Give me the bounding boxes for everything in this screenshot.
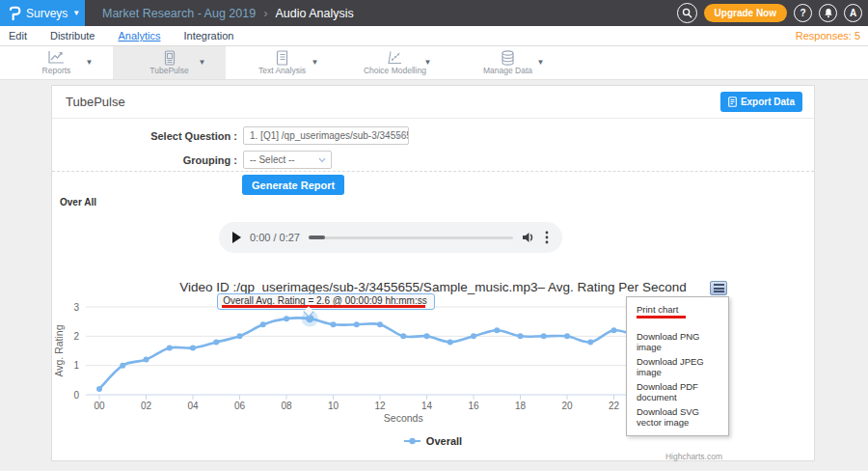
grouping-select-value: -- Select --: [250, 154, 295, 165]
svg-text:06: 06: [234, 401, 246, 411]
toolbar-item-label: Manage Data: [483, 66, 532, 75]
legend-label: Overall: [426, 435, 462, 447]
generate-report-button[interactable]: Generate Report: [242, 175, 344, 195]
toolbar-item-label: TubePulse: [149, 66, 188, 75]
tubepulse-icon: [163, 50, 176, 65]
document-icon: [728, 97, 737, 107]
chart-context-menu-button[interactable]: [710, 281, 727, 295]
surveys-product-menu[interactable]: Surveys ▼: [0, 0, 85, 26]
audio-player: 0:00 / 0:27: [219, 222, 562, 253]
play-button[interactable]: [232, 232, 241, 243]
svg-text:16: 16: [468, 401, 479, 411]
hamburger-icon: [714, 284, 724, 286]
svg-text:20: 20: [561, 401, 573, 411]
menu-item-analytics[interactable]: Analytics: [118, 30, 160, 42]
responses-count: Responses: 5: [796, 30, 860, 42]
legend-marker-icon: [404, 435, 420, 447]
kebab-menu-icon[interactable]: [545, 231, 549, 244]
svg-text:2: 2: [73, 331, 79, 342]
svg-text:Avg. Rating: Avg. Rating: [54, 324, 65, 376]
menu-item-edit[interactable]: Edit: [9, 30, 27, 42]
notifications-button[interactable]: [819, 4, 837, 22]
chevron-down-icon: ▼: [72, 9, 80, 17]
menu-item-download-pdf[interactable]: Download PDF document: [627, 379, 728, 404]
chevron-down-icon[interactable]: ▼: [424, 58, 432, 67]
audio-seek-bar[interactable]: [309, 236, 513, 239]
audio-time: 0:00 / 0:27: [250, 232, 300, 243]
volume-icon[interactable]: [522, 232, 535, 243]
toolbar-item-choice-modelling[interactable]: Choice Modelling ▼: [339, 46, 451, 79]
toolbar-item-label: Choice Modelling: [364, 66, 426, 75]
menu-item-download-svg[interactable]: Download SVG vector image: [627, 404, 728, 429]
annotation-underline: [222, 305, 424, 308]
audio-seek-thumb[interactable]: [309, 236, 325, 239]
breadcrumb: Market Research - Aug 2019 › Audio Analy…: [102, 6, 354, 20]
menu-item-download-png[interactable]: Download PNG image: [627, 329, 728, 354]
section-divider: [52, 171, 814, 172]
svg-text:22: 22: [609, 401, 620, 411]
reports-icon: [47, 50, 66, 65]
manage-data-icon: [501, 50, 515, 65]
menu-item-integration[interactable]: Integration: [183, 30, 233, 42]
svg-text:0: 0: [73, 390, 79, 401]
svg-text:04: 04: [187, 401, 199, 411]
questionpro-logo-icon: [7, 5, 22, 22]
svg-text:14: 14: [421, 401, 433, 411]
svg-text:00: 00: [94, 401, 105, 411]
export-data-button[interactable]: Export Data: [720, 92, 802, 112]
choice-modelling-icon: [387, 50, 404, 65]
product-label: Surveys: [26, 7, 68, 20]
chevron-down-icon[interactable]: ▼: [86, 58, 94, 67]
app-window: Surveys ▼ Market Research - Aug 2019 › A…: [0, 0, 868, 471]
chevron-down-icon[interactable]: ▼: [199, 58, 206, 67]
chart-context-menu: Print chart Download PNG image Download …: [626, 296, 729, 436]
question-select-value: 1. [Q1] /qp_userimages/sub-3/3455655/S..…: [250, 130, 409, 141]
search-icon: [682, 8, 692, 18]
rating-chart: Video ID :/qp_userimages/sub-3/3455655/S…: [52, 275, 814, 462]
annotation-underline: [637, 316, 686, 319]
svg-text:1: 1: [73, 360, 79, 371]
analytics-toolbar: Reports ▼ TubePulse ▼ Text Analysis ▼ Ch…: [0, 46, 868, 80]
question-select[interactable]: 1. [Q1] /qp_userimages/sub-3/3455655/S..…: [243, 126, 409, 145]
audio-controls: [522, 231, 549, 244]
toolbar-item-label: Text Analysis: [258, 66, 306, 75]
svg-text:02: 02: [141, 401, 152, 411]
overall-section-label: Over All: [60, 197, 96, 208]
tubepulse-panel: TubePulse Export Data Select Question : …: [51, 85, 815, 461]
top-bar: Surveys ▼ Market Research - Aug 2019 › A…: [0, 0, 868, 26]
toolbar-item-reports[interactable]: Reports ▼: [0, 46, 113, 79]
panel-title: TubePulse: [66, 95, 125, 109]
svg-text:10: 10: [328, 401, 339, 411]
svg-text:3: 3: [73, 302, 79, 313]
menu-item-download-jpeg[interactable]: Download JPEG image: [627, 354, 728, 379]
grouping-label: Grouping :: [54, 154, 237, 166]
breadcrumb-current-page: Audio Analysis: [275, 7, 353, 20]
chevron-down-icon[interactable]: ▼: [312, 58, 319, 67]
top-bar-actions: Upgrade Now ? A: [677, 0, 862, 26]
highcharts-credits[interactable]: Highcharts.com: [665, 452, 722, 461]
toolbar-item-text-analysis[interactable]: Text Analysis ▼: [226, 46, 339, 79]
chevron-down-icon: [395, 133, 403, 139]
breadcrumb-survey-link[interactable]: Market Research - Aug 2019: [102, 7, 256, 20]
svg-text:Seconds: Seconds: [384, 412, 423, 424]
toolbar-item-manage-data[interactable]: Manage Data ▼: [451, 46, 564, 79]
panel-header: TubePulse Export Data: [52, 86, 814, 119]
menu-item-distribute[interactable]: Distribute: [50, 30, 95, 42]
avatar[interactable]: A: [844, 4, 862, 22]
survey-menu-bar: Edit Distribute Analytics Integration Re…: [0, 26, 868, 46]
menu-item-print-chart[interactable]: Print chart: [627, 302, 728, 317]
text-analysis-icon: [276, 50, 289, 65]
chart-legend[interactable]: Overall: [52, 435, 814, 447]
chevron-down-icon: [318, 157, 326, 163]
chevron-down-icon[interactable]: ▼: [537, 58, 545, 67]
toolbar-item-label: Reports: [42, 66, 71, 75]
select-question-label: Select Question :: [54, 130, 237, 142]
toolbar-item-tubepulse[interactable]: TubePulse ▼: [113, 46, 226, 79]
grouping-select[interactable]: -- Select --: [243, 151, 332, 169]
search-button[interactable]: [677, 3, 697, 23]
help-button[interactable]: ?: [794, 4, 812, 22]
export-data-label: Export Data: [741, 97, 795, 107]
svg-text:12: 12: [374, 401, 386, 411]
upgrade-now-button[interactable]: Upgrade Now: [704, 4, 787, 22]
chart-title: Video ID :/qp_userimages/sub-3/3455655/S…: [52, 275, 814, 294]
